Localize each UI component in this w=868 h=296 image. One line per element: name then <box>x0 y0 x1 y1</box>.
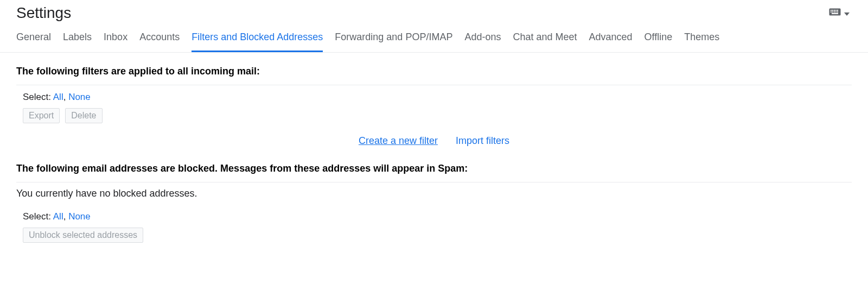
svg-rect-11 <box>837 11 838 12</box>
filters-heading: The following filters are applied to all… <box>16 66 852 77</box>
svg-rect-2 <box>831 10 832 11</box>
tab-themes[interactable]: Themes <box>684 32 719 52</box>
tab-add-ons[interactable]: Add-ons <box>464 32 501 52</box>
filters-select-label: Select: <box>23 92 51 102</box>
filters-select-row: Select: All, None <box>16 91 852 108</box>
tab-general[interactable]: General <box>16 32 51 52</box>
svg-rect-12 <box>832 13 838 14</box>
blocked-heading: The following email addresses are blocke… <box>16 163 852 174</box>
page-title: Settings <box>16 4 71 22</box>
tab-advanced[interactable]: Advanced <box>589 32 633 52</box>
chevron-down-icon <box>844 8 850 18</box>
svg-rect-10 <box>835 11 837 12</box>
import-filters-link[interactable]: Import filters <box>456 135 509 146</box>
blocked-select-label: Select: <box>23 211 51 222</box>
delete-button[interactable]: Delete <box>65 108 102 123</box>
divider <box>16 85 852 85</box>
tab-filters-blocked[interactable]: Filters and Blocked Addresses <box>192 32 323 52</box>
tab-accounts[interactable]: Accounts <box>139 32 180 52</box>
svg-rect-3 <box>832 10 833 11</box>
filters-select-none[interactable]: None <box>68 92 91 102</box>
svg-rect-5 <box>835 10 837 11</box>
svg-marker-13 <box>844 12 850 16</box>
svg-rect-9 <box>834 11 835 12</box>
tab-chat-meet[interactable]: Chat and Meet <box>513 32 577 52</box>
blocked-select-none[interactable]: None <box>68 211 91 222</box>
tab-labels[interactable]: Labels <box>63 32 92 52</box>
keyboard-icon <box>829 8 841 18</box>
filters-select-all[interactable]: All <box>53 92 63 102</box>
svg-rect-7 <box>831 11 832 12</box>
export-button[interactable]: Export <box>23 108 60 123</box>
tab-forwarding-pop-imap[interactable]: Forwarding and POP/IMAP <box>335 32 452 52</box>
create-filter-link[interactable]: Create a new filter <box>359 135 438 146</box>
tab-offline[interactable]: Offline <box>644 32 673 52</box>
tab-inbox[interactable]: Inbox <box>104 32 127 52</box>
blocked-select-row: Select: All, None <box>16 210 852 228</box>
divider <box>16 182 852 182</box>
svg-rect-4 <box>834 10 835 11</box>
settings-tabs: General Labels Inbox Accounts Filters an… <box>0 22 868 53</box>
svg-rect-6 <box>837 10 838 11</box>
blocked-select-all[interactable]: All <box>53 211 63 222</box>
blocked-empty-message: You currently have no blocked addresses. <box>16 188 852 199</box>
input-tools-menu[interactable] <box>827 6 852 20</box>
svg-rect-8 <box>832 11 833 12</box>
unblock-button[interactable]: Unblock selected addresses <box>23 228 143 243</box>
